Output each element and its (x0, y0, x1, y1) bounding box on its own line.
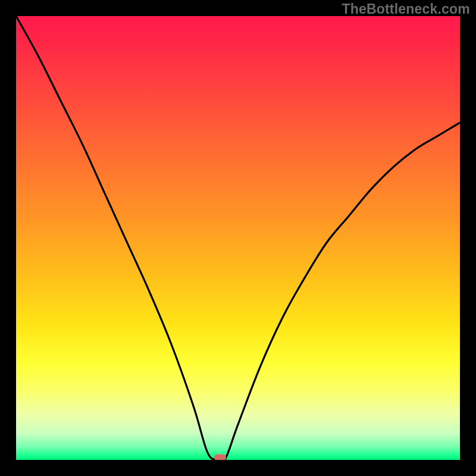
plot-area (16, 16, 460, 460)
chart-frame: TheBottleneck.com (0, 0, 476, 476)
optimal-marker (214, 455, 226, 460)
watermark-text: TheBottleneck.com (342, 1, 470, 17)
bottleneck-curve (16, 16, 460, 460)
